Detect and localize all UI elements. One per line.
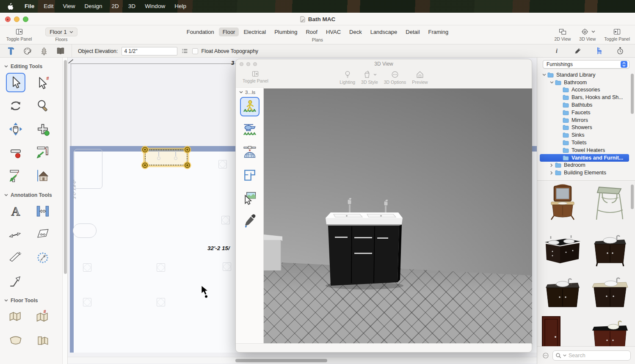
floor-selector-button[interactable]: Floor 1 (45, 28, 77, 36)
tab-floor[interactable]: Floor (219, 28, 239, 36)
tree-item-towel-heaters[interactable]: Towel Heaters (540, 146, 629, 154)
float-above-topography-checkbox[interactable] (192, 48, 198, 54)
selection-handle[interactable] (185, 147, 190, 152)
3d-3d-options-button[interactable]: 3D Options (384, 70, 406, 85)
tree-item-bathtubs[interactable]: Bathtubs (540, 101, 629, 109)
fixture-ghost[interactable] (83, 298, 91, 306)
3d-lighting-button[interactable]: Lighting (340, 70, 355, 85)
menu-3d[interactable]: 3D (124, 0, 140, 13)
tab-deck[interactable]: Deck (345, 28, 366, 36)
filter-options-icon[interactable] (541, 351, 550, 360)
materials-palette-icon[interactable] (22, 46, 33, 57)
fixture-ghost[interactable] (223, 262, 231, 271)
remove-tool[interactable] (6, 143, 25, 162)
tab-framing[interactable]: Framing (425, 28, 453, 36)
fixture-ghost[interactable] (157, 298, 165, 306)
toggle-panel-right-button[interactable]: Toggle Panel (604, 28, 630, 41)
title-bar[interactable]: Bath MAC (0, 13, 635, 25)
menu-2d[interactable]: 2D (107, 0, 124, 13)
section-header[interactable]: Annotation Tools (0, 190, 62, 200)
flyover-tool[interactable] (240, 120, 260, 139)
render-select-tool[interactable] (240, 188, 260, 208)
fixture-ghost[interactable] (83, 263, 91, 272)
door-opening[interactable] (73, 223, 97, 238)
tab-foundation[interactable]: Foundation (183, 28, 218, 36)
walkthrough-tool[interactable] (240, 97, 260, 116)
info-icon[interactable]: i (551, 45, 562, 56)
horizontal-scrollbar[interactable] (68, 357, 537, 363)
object-elevation-input[interactable] (121, 47, 177, 55)
tree-item-sinks[interactable]: Sinks (540, 131, 629, 139)
curved-floor-tool[interactable] (6, 330, 25, 350)
library-thumbnail-cream-top-vanity[interactable] (588, 270, 632, 314)
sidebar-scrollbar-thumb[interactable] (64, 60, 67, 274)
3d-view-window[interactable]: 3D View Toggle Panel Lighting3D Style3D … (235, 59, 532, 353)
expander-open[interactable] (549, 81, 554, 84)
toggle-panel-left-button[interactable]: Toggle Panel (6, 28, 32, 41)
selected-vanity-object[interactable] (145, 149, 188, 165)
3d-3d-style-button[interactable]: 3D Style (361, 70, 378, 85)
2d-view-button[interactable]: 2D View (554, 28, 571, 41)
angular-dimension-tool[interactable] (33, 225, 52, 244)
tab-select-tool[interactable]: # (33, 73, 52, 92)
tree-item-bedroom[interactable]: Bedroom (540, 162, 629, 169)
end-to-end-dimension-tool[interactable] (6, 225, 25, 244)
section-header[interactable]: Editing Tools (0, 62, 62, 71)
tab-roof[interactable]: Roof (302, 28, 321, 36)
zoom-tool[interactable] (33, 96, 52, 116)
tree-item-vanities-and-furnit-[interactable]: Vanities and Furnit... (540, 154, 629, 162)
add-tool[interactable] (33, 119, 52, 139)
dimension-value-label[interactable]: 32'-2 15/ (207, 245, 230, 251)
tree-item-toilets[interactable]: Toilets (540, 139, 629, 146)
menu-file[interactable]: File (20, 0, 39, 13)
apple-menu-icon[interactable] (7, 3, 14, 11)
tree-item-accessories[interactable]: Accessories (540, 86, 629, 94)
terrain-tree-icon[interactable] (39, 46, 50, 57)
selection-handle[interactable] (185, 163, 190, 168)
search-scope-chevron-icon[interactable] (563, 354, 566, 357)
fillet-tool[interactable] (33, 143, 52, 162)
tree-item-building-elements[interactable]: Building Elements (540, 169, 629, 176)
rotate-tool[interactable] (6, 96, 25, 116)
build-hammer-icon[interactable] (6, 46, 17, 57)
bathtub-outline[interactable] (74, 149, 102, 189)
floor-plan-view-tool[interactable] (240, 165, 260, 185)
library-thumbnail-metal-washstand[interactable] (588, 182, 632, 226)
interior-dimension-tool[interactable] (33, 201, 52, 221)
selection-handle[interactable] (142, 163, 148, 168)
tab-hvac[interactable]: HVAC (322, 28, 345, 36)
3d-view-button[interactable]: 3D View (579, 28, 596, 41)
search-field[interactable] (552, 350, 631, 361)
thumbnails-scrollbar-thumb[interactable] (631, 185, 634, 209)
floor-panels-numbered-tool[interactable]: # (33, 307, 52, 326)
floor-panels-tool[interactable] (6, 307, 25, 326)
library-thumbnail-marble-top-vanity[interactable] (541, 270, 585, 314)
text-tool[interactable]: A (6, 201, 25, 221)
dimension-value-top[interactable]: 3 (231, 60, 234, 66)
menu-help[interactable]: Help (170, 0, 191, 13)
horizontal-scrollbar-thumb[interactable] (235, 359, 327, 362)
menu-design[interactable]: Design (80, 0, 107, 13)
3d-tool-strip-header[interactable]: 3...ls (236, 88, 263, 96)
section-header[interactable]: Floor Tools (0, 296, 62, 305)
tree-item-faucets[interactable]: Faucets (540, 109, 629, 116)
library-thumbnail-vessel-sink-vanity[interactable] (588, 226, 632, 270)
clock-icon[interactable] (615, 45, 626, 56)
tree-item-showers[interactable]: Showers (540, 124, 629, 132)
library-category-select[interactable]: Furnishings (543, 60, 629, 69)
fixture-ghost[interactable] (221, 216, 230, 224)
sidebar-scrollbar[interactable] (62, 58, 68, 364)
select-tool[interactable] (6, 73, 25, 92)
expander-closed[interactable] (549, 171, 554, 175)
orbit-camera-tool[interactable] (240, 143, 260, 162)
3d-view-titlebar[interactable]: 3D View (236, 59, 532, 69)
menu-view[interactable]: View (58, 0, 80, 13)
furnishings-chair-icon[interactable] (594, 45, 605, 56)
tab-plumbing[interactable]: Plumbing (271, 28, 301, 36)
library-book-icon[interactable] (55, 46, 66, 57)
list-menu-icon[interactable] (181, 47, 189, 55)
floor-assembly-tool[interactable] (33, 330, 52, 350)
tab-detail[interactable]: Detail (402, 28, 423, 36)
pan-tool[interactable] (6, 119, 25, 139)
pen-icon[interactable] (572, 45, 583, 56)
